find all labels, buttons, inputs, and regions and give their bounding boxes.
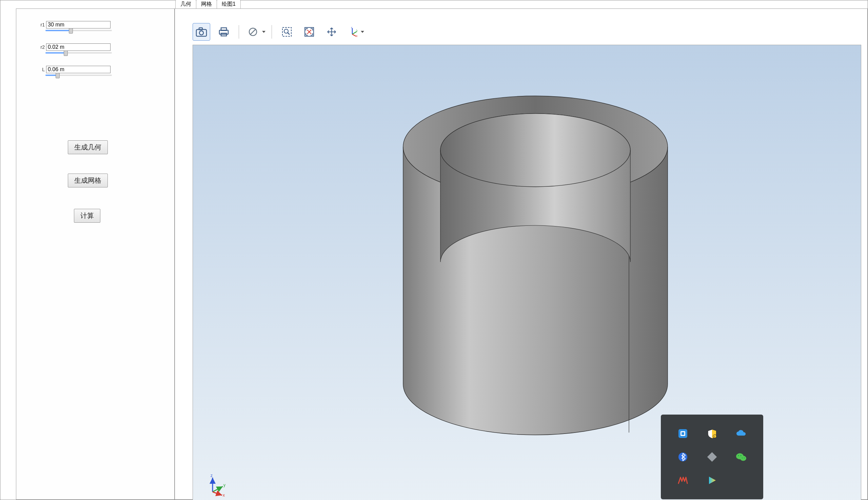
parameter-panel: r1 r2 L 生成几何 生成网格 计算 [16,9,174,500]
param-slider-r1[interactable] [45,30,112,31]
compute-button[interactable]: 计算 [74,209,100,223]
param-row-r2: r2 [36,43,111,51]
svg-text:!: ! [714,435,715,438]
param-row-r1: r1 [36,21,111,29]
param-slider-r2[interactable] [45,52,112,54]
svg-point-36 [740,455,741,456]
svg-text:x: x [356,34,357,37]
reset-view-icon [326,26,337,37]
zoom-extents-icon [304,26,315,37]
param-input-r2[interactable] [46,43,111,51]
view-tabstrip: 几何 网格 绘图1 [175,0,240,9]
svg-point-2 [199,31,203,35]
diamond-icon[interactable] [706,451,718,463]
system-tray-popup: ! [661,414,763,499]
svg-rect-28 [681,432,684,435]
svg-line-17 [352,32,357,34]
param-input-r1[interactable] [46,21,111,29]
svg-text:z: z [351,27,353,29]
svg-line-18 [352,34,356,36]
media-player-icon[interactable] [706,475,718,486]
svg-point-35 [738,455,739,456]
scene-light-button[interactable] [245,23,261,41]
graphics-toolbar: z y x [193,21,364,43]
screenshot-button[interactable] [193,23,210,41]
param-label-L: L [36,67,46,72]
zoom-box-icon [281,26,292,37]
svg-rect-8 [282,27,291,36]
param-label-r2: r2 [36,44,46,50]
xyz-axes-icon: z y x [347,27,357,37]
printer-icon [218,27,229,37]
param-row-L: L [36,66,111,73]
build-geometry-button[interactable]: 生成几何 [68,140,108,154]
svg-rect-4 [221,28,226,31]
svg-line-25 [213,492,222,495]
svg-line-10 [288,33,290,35]
tab-geometry[interactable]: 几何 [175,0,196,9]
axis-label-y: y [224,483,225,487]
reset-view-button[interactable] [323,23,340,41]
svg-line-24 [213,487,223,492]
toolbar-separator [272,25,272,39]
svg-point-34 [740,456,746,461]
axis-label-x: x [223,493,225,497]
svg-text:y: y [356,29,357,32]
graphics-panel: z y x [174,9,868,500]
app-store-icon[interactable] [677,428,689,439]
orientation-triad: z y x [206,473,229,497]
chevron-down-icon[interactable] [262,31,266,33]
security-shield-icon[interactable]: ! [706,428,718,439]
chevron-down-icon[interactable] [361,31,364,33]
svg-rect-32 [707,452,717,462]
svg-point-37 [742,458,743,459]
param-label-r1: r1 [36,22,46,27]
print-button[interactable] [215,23,233,41]
view-axes-button[interactable]: z y x [345,23,359,41]
wechat-icon[interactable] [735,451,747,463]
wps-icon[interactable] [677,475,689,486]
build-mesh-button[interactable]: 生成网格 [68,173,108,188]
bluetooth-icon[interactable] [677,451,689,463]
zoom-extents-button[interactable] [301,23,318,41]
param-slider-L[interactable] [45,75,112,76]
axis-label-z: z [211,473,213,478]
no-light-icon [248,27,258,37]
zoom-box-button[interactable] [278,23,296,41]
svg-point-38 [744,458,745,459]
toolbar-separator [239,25,239,39]
camera-icon [196,27,207,37]
param-input-L[interactable] [46,66,111,73]
svg-line-7 [250,29,256,35]
tab-mesh[interactable]: 网格 [196,0,217,9]
cloud-sync-icon[interactable] [735,428,747,439]
tab-plot[interactable]: 绘图1 [217,0,241,9]
tray-empty-slot [735,475,747,486]
svg-rect-1 [199,28,202,30]
